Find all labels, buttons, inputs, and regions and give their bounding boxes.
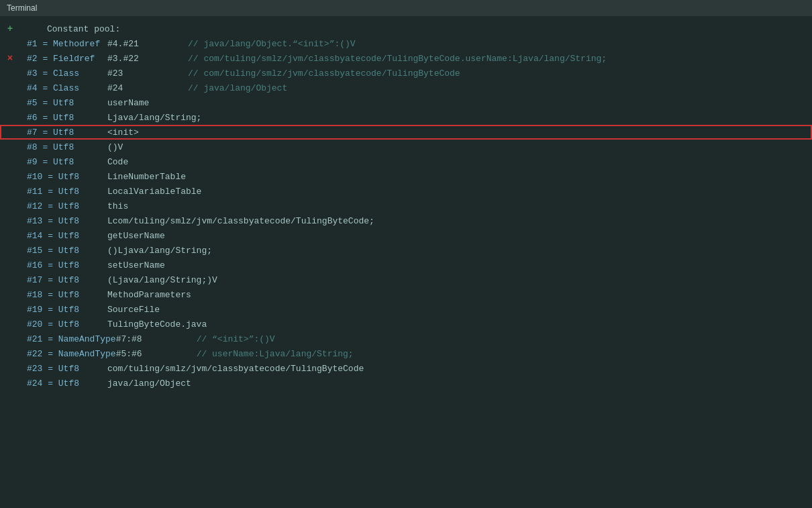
table-row: #6 = Utf8 Ljava/lang/String; — [0, 110, 812, 125]
entry-ref: userName — [107, 98, 188, 108]
entry-ref: getUserName — [107, 231, 188, 241]
entry-number: #23 = Utf8 — [27, 364, 107, 374]
entry-number: #13 = Utf8 — [27, 216, 107, 226]
entry-number: #2 = Fieldref — [27, 54, 107, 64]
entry-number: #22 = NameAndType — [27, 349, 116, 359]
table-row: #4 = Class #24 // java/lang/Object — [0, 81, 812, 95]
entry-ref: #7:#8 — [116, 334, 197, 344]
entry-ref: Lcom/tuling/smlz/jvm/classbyatecode/Tuli… — [107, 216, 374, 226]
entry-ref: LineNumberTable — [107, 172, 188, 182]
entry-ref: java/lang/Object — [107, 378, 191, 389]
entry-comment: // “<init>”:()V — [197, 334, 275, 344]
table-row: #10 = Utf8 LineNumberTable — [0, 169, 812, 184]
entry-ref: setUserName — [107, 260, 188, 270]
table-row: #3 = Class #23 // com/tuling/smlz/jvm/cl… — [0, 66, 812, 81]
entry-comment: // userName:Ljava/lang/String; — [197, 349, 354, 359]
entry-number: #3 = Class — [27, 68, 107, 79]
table-row: #12 = Utf8 this — [0, 199, 812, 213]
entry-ref: Code — [107, 157, 188, 167]
table-row: #24 = Utf8 java/lang/Object — [0, 376, 812, 391]
cross-icon: × — [7, 53, 13, 64]
terminal-content: + Constant pool: #1 = Methodref #4.#21 /… — [0, 16, 812, 508]
entry-ref: #3.#22 — [107, 54, 188, 64]
entry-comment: // java/lang/Object.“<init>”:()V — [188, 39, 356, 49]
entry-number: #5 = Utf8 — [27, 98, 107, 108]
entry-ref: #4.#21 — [107, 39, 188, 49]
table-row: #19 = Utf8 SourceFile — [0, 302, 812, 317]
table-row: #16 = Utf8 setUserName — [0, 258, 812, 272]
entry-number: #18 = Utf8 — [27, 290, 107, 300]
entry-ref: #24 — [107, 83, 188, 93]
table-row: #15 = Utf8 ()Ljava/lang/String; — [0, 243, 812, 258]
entry-number: #9 = Utf8 — [27, 157, 107, 167]
table-row: #13 = Utf8 Lcom/tuling/smlz/jvm/classbya… — [0, 213, 812, 228]
entry-number: #1 = Methodref — [27, 39, 107, 49]
entry-number: #21 = NameAndType — [27, 334, 116, 344]
table-row: #23 = Utf8 com/tuling/smlz/jvm/classbyat… — [0, 361, 812, 376]
table-row: #8 = Utf8 ()V — [0, 140, 812, 154]
entry-number: #10 = Utf8 — [27, 172, 107, 182]
entry-number: #4 = Class — [27, 83, 107, 93]
entry-number: #20 = Utf8 — [27, 319, 107, 329]
entry-comment: // java/lang/Object — [188, 83, 287, 93]
entry-ref: TulingByteCode.java — [107, 319, 207, 329]
entry-number: #6 = Utf8 — [27, 113, 107, 123]
entry-number: #7 = Utf8 — [27, 128, 107, 138]
entry-ref: MethodParameters — [107, 290, 191, 300]
title-label: Terminal — [7, 3, 37, 13]
entry-comment: // com/tuling/smlz/jvm/classbyatecode/Tu… — [188, 68, 460, 79]
entry-number: #11 = Utf8 — [27, 187, 107, 197]
table-row: × #2 = Fieldref #3.#22 // com/tuling/sml… — [0, 51, 812, 66]
entry-ref: ()Ljava/lang/String; — [107, 246, 212, 256]
entry-ref: #5:#6 — [116, 349, 197, 359]
entry-number: #16 = Utf8 — [27, 260, 107, 270]
entry-number: #17 = Utf8 — [27, 275, 107, 285]
table-row: #20 = Utf8 TulingByteCode.java — [0, 317, 812, 332]
table-row: #22 = NameAndType #5:#6 // userName:Ljav… — [0, 346, 812, 361]
entry-number: #14 = Utf8 — [27, 231, 107, 241]
entry-number: #24 = Utf8 — [27, 378, 107, 389]
entry-number: #12 = Utf8 — [27, 201, 107, 211]
table-row: #7 = Utf8 <init> — [0, 125, 812, 140]
table-row: #14 = Utf8 getUserName — [0, 228, 812, 243]
entry-number: #8 = Utf8 — [27, 142, 107, 152]
table-row: #1 = Methodref #4.#21 // java/lang/Objec… — [0, 36, 812, 51]
table-row: #9 = Utf8 Code — [0, 154, 812, 169]
entry-comment: // com/tuling/smlz/jvm/classbyatecode/Tu… — [188, 54, 607, 64]
table-row: #17 = Utf8 (Ljava/lang/String;)V — [0, 272, 812, 287]
entry-ref: ()V — [107, 142, 188, 152]
table-row: #21 = NameAndType #7:#8 // “<init>”:()V — [0, 332, 812, 346]
table-row: #11 = Utf8 LocalVariableTable — [0, 184, 812, 199]
entry-ref: #23 — [107, 68, 188, 79]
entry-ref: com/tuling/smlz/jvm/classbyatecode/Tulin… — [107, 364, 364, 374]
entry-ref: SourceFile — [107, 305, 188, 315]
entry-ref: <init> — [107, 128, 188, 138]
constant-pool-header: + Constant pool: — [0, 21, 812, 36]
entry-ref: Ljava/lang/String; — [107, 113, 201, 123]
entry-number: #15 = Utf8 — [27, 246, 107, 256]
entry-ref: (Ljava/lang/String;)V — [107, 275, 217, 285]
entry-ref: this — [107, 201, 188, 211]
plus-icon: + — [7, 23, 13, 34]
table-row: #5 = Utf8 userName — [0, 95, 812, 110]
table-row: #18 = Utf8 MethodParameters — [0, 287, 812, 302]
entry-number: #19 = Utf8 — [27, 305, 107, 315]
header-text: Constant pool: — [47, 24, 120, 34]
title-bar: Terminal — [0, 0, 812, 16]
entry-ref: LocalVariableTable — [107, 187, 201, 197]
